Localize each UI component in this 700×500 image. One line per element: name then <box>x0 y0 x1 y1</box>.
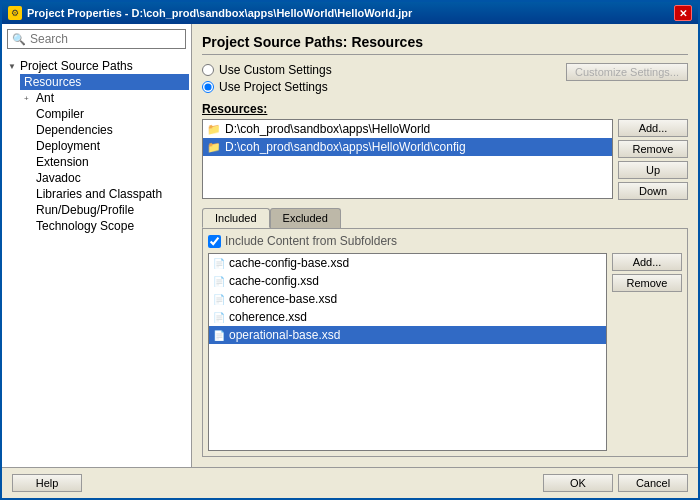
file-buttons: Add... Remove <box>612 253 682 451</box>
file-item-1[interactable]: 📄 cache-config.xsd <box>209 272 606 290</box>
file-item-0[interactable]: 📄 cache-config-base.xsd <box>209 254 606 272</box>
bottom-right-buttons: OK Cancel <box>543 474 688 492</box>
panel-title: Project Source Paths: Resources <box>202 34 688 55</box>
file-icon-0: 📄 <box>213 258 225 269</box>
radio-project-label: Use Project Settings <box>219 80 328 94</box>
radio-project[interactable] <box>202 81 214 93</box>
tree-item-libraries[interactable]: Libraries and Classpath <box>20 186 189 202</box>
tree-item-ant[interactable]: + Ant <box>20 90 189 106</box>
search-box: 🔍 <box>7 29 186 49</box>
tabs-section: Included Excluded Include Content from S… <box>202 208 688 457</box>
subfolders-checkbox[interactable] <box>208 235 221 248</box>
radio-custom-row: Use Custom Settings <box>202 63 332 77</box>
file-name-0: cache-config-base.xsd <box>229 256 349 270</box>
checkbox-row: Include Content from Subfolders <box>208 234 682 248</box>
tree-item-rundebug-label: Run/Debug/Profile <box>36 203 134 217</box>
left-panel: 🔍 ▼ Project Source Paths Resources + <box>2 24 192 467</box>
tab-bar: Included Excluded <box>202 208 688 228</box>
files-section: 📄 cache-config-base.xsd 📄 cache-config.x… <box>208 253 682 451</box>
tree-item-extension[interactable]: Extension <box>20 154 189 170</box>
folder-icon-0: 📁 <box>207 123 221 136</box>
file-icon-1: 📄 <box>213 276 225 287</box>
radio-custom-label: Use Custom Settings <box>219 63 332 77</box>
customize-settings-button[interactable]: Customize Settings... <box>566 63 688 81</box>
tree-item-deployment-label: Deployment <box>36 139 100 153</box>
file-list: 📄 cache-config-base.xsd 📄 cache-config.x… <box>208 253 607 451</box>
radio-project-row: Use Project Settings <box>202 80 332 94</box>
tree-panel: ▼ Project Source Paths Resources + Ant <box>2 54 191 467</box>
search-input[interactable] <box>30 32 181 46</box>
file-icon-4: 📄 <box>213 330 225 341</box>
tree-item-rundebug[interactable]: Run/Debug/Profile <box>20 202 189 218</box>
cancel-button[interactable]: Cancel <box>618 474 688 492</box>
tree-root-item[interactable]: ▼ Project Source Paths <box>4 58 189 74</box>
titlebar: ⚙ Project Properties - D:\coh_prod\sandb… <box>2 2 698 24</box>
tree-item-techscope[interactable]: Technology Scope <box>20 218 189 234</box>
tree-item-dependencies-label: Dependencies <box>36 123 113 137</box>
tree-item-compiler[interactable]: Compiler <box>20 106 189 122</box>
file-item-2[interactable]: 📄 coherence-base.xsd <box>209 290 606 308</box>
window-title: Project Properties - D:\coh_prod\sandbox… <box>27 7 412 19</box>
resource-buttons: Add... Remove Up Down <box>618 119 688 200</box>
resources-section: Resources: 📁 D:\coh_prod\sandbox\apps\He… <box>202 102 688 200</box>
file-icon-2: 📄 <box>213 294 225 305</box>
file-item-4[interactable]: 📄 operational-base.xsd <box>209 326 606 344</box>
checkbox-label: Include Content from Subfolders <box>225 234 397 248</box>
resource-list: 📁 D:\coh_prod\sandbox\apps\HelloWorld 📁 … <box>202 119 613 199</box>
expand-icon-ant: + <box>24 94 33 103</box>
help-button[interactable]: Help <box>12 474 82 492</box>
file-name-4: operational-base.xsd <box>229 328 340 342</box>
radio-custom[interactable] <box>202 64 214 76</box>
tree-root: ▼ Project Source Paths Resources + Ant <box>4 56 189 236</box>
tree-children: Resources + Ant Compiler Dependenc <box>4 74 189 234</box>
tree-item-techscope-label: Technology Scope <box>36 219 134 233</box>
tab-included[interactable]: Included <box>202 208 270 228</box>
close-button[interactable]: ✕ <box>674 5 692 21</box>
ok-button[interactable]: OK <box>543 474 613 492</box>
tree-item-resources[interactable]: Resources <box>20 74 189 90</box>
tree-item-ant-label: Ant <box>36 91 54 105</box>
folder-icon-1: 📁 <box>207 141 221 154</box>
window-icon: ⚙ <box>8 6 22 20</box>
radio-group: Use Custom Settings Use Project Settings <box>202 63 332 94</box>
resource-down-button[interactable]: Down <box>618 182 688 200</box>
tree-item-javadoc-label: Javadoc <box>36 171 81 185</box>
resource-up-button[interactable]: Up <box>618 161 688 179</box>
resource-item-1[interactable]: 📁 D:\coh_prod\sandbox\apps\HelloWorld\co… <box>203 138 612 156</box>
main-window: ⚙ Project Properties - D:\coh_prod\sandb… <box>0 0 700 500</box>
search-icon: 🔍 <box>12 33 26 46</box>
tree-item-dependencies[interactable]: Dependencies <box>20 122 189 138</box>
file-icon-3: 📄 <box>213 312 225 323</box>
file-item-3[interactable]: 📄 coherence.xsd <box>209 308 606 326</box>
content-area: 🔍 ▼ Project Source Paths Resources + <box>2 24 698 467</box>
tree-item-javadoc[interactable]: Javadoc <box>20 170 189 186</box>
tab-content: Include Content from Subfolders 📄 cache-… <box>202 228 688 457</box>
tree-item-compiler-label: Compiler <box>36 107 84 121</box>
resources-label: Resources: <box>202 102 688 116</box>
resource-path-0: D:\coh_prod\sandbox\apps\HelloWorld <box>225 122 430 136</box>
titlebar-left: ⚙ Project Properties - D:\coh_prod\sandb… <box>8 6 412 20</box>
bottom-bar: Help OK Cancel <box>2 467 698 498</box>
tree-item-libraries-label: Libraries and Classpath <box>36 187 162 201</box>
resource-add-button[interactable]: Add... <box>618 119 688 137</box>
file-remove-button[interactable]: Remove <box>612 274 682 292</box>
resources-list-area: 📁 D:\coh_prod\sandbox\apps\HelloWorld 📁 … <box>202 119 688 200</box>
tree-item-extension-label: Extension <box>36 155 89 169</box>
tab-excluded[interactable]: Excluded <box>270 208 341 228</box>
collapse-icon: ▼ <box>8 62 17 71</box>
tree-item-resources-label: Resources <box>24 75 81 89</box>
resource-path-1: D:\coh_prod\sandbox\apps\HelloWorld\conf… <box>225 140 466 154</box>
file-name-3: coherence.xsd <box>229 310 307 324</box>
file-name-2: coherence-base.xsd <box>229 292 337 306</box>
resource-item-0[interactable]: 📁 D:\coh_prod\sandbox\apps\HelloWorld <box>203 120 612 138</box>
file-name-1: cache-config.xsd <box>229 274 319 288</box>
tree-root-label: Project Source Paths <box>20 59 133 73</box>
tree-item-deployment[interactable]: Deployment <box>20 138 189 154</box>
file-add-button[interactable]: Add... <box>612 253 682 271</box>
resource-remove-button[interactable]: Remove <box>618 140 688 158</box>
right-panel: Project Source Paths: Resources Use Cust… <box>192 24 698 467</box>
